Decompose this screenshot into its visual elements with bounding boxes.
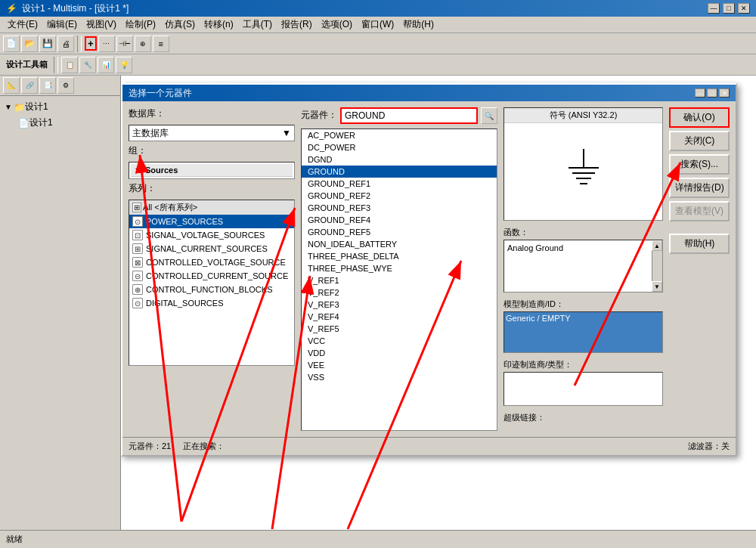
- close-dialog-button[interactable]: 关闭(C): [669, 131, 730, 151]
- symbol-content: [504, 123, 662, 220]
- view-model-button[interactable]: 查看模型(V): [669, 201, 730, 221]
- comp-non-ideal-battery[interactable]: NON_IDEAL_BATTERY: [302, 238, 497, 250]
- sidebar-tool-4[interactable]: ⚙: [57, 77, 74, 94]
- save-button[interactable]: 💾: [39, 36, 56, 52]
- sidebar: 📐 🔗 📑 ⚙ ▼ 📁 设计1 📄 设计1: [0, 76, 121, 530]
- menu-draw[interactable]: 绘制(P): [121, 17, 160, 33]
- menu-options[interactable]: 选项(O): [317, 17, 357, 33]
- sidebar-tool-3[interactable]: 📑: [39, 77, 56, 94]
- comp-three-phase-delta[interactable]: THREE_PHASE_DELTA: [302, 250, 497, 262]
- comp-v-ref4[interactable]: V_REF4: [302, 311, 497, 323]
- family-listbox[interactable]: ⊞ All <所有系列> ⊙ POWER_SOURCES ⊡ SIGNAL_VO…: [129, 200, 295, 366]
- net-button[interactable]: ≡: [153, 36, 169, 52]
- component-input[interactable]: GROUND: [340, 107, 478, 124]
- menu-tools[interactable]: 工具(T): [238, 17, 277, 33]
- close-button[interactable]: ✕: [738, 3, 750, 14]
- comp-ac-power[interactable]: AC_POWER: [302, 129, 497, 141]
- family-signal-voltage[interactable]: ⊡ SIGNAL_VOLTAGE_SOURCES: [129, 228, 294, 242]
- search-button[interactable]: 搜索(S)...: [669, 154, 730, 175]
- maximize-button[interactable]: □: [723, 3, 735, 14]
- menu-edit[interactable]: 编辑(E): [42, 17, 82, 33]
- dialog-min-btn[interactable]: —: [695, 88, 705, 98]
- menu-help[interactable]: 帮助(H): [398, 17, 438, 33]
- family-all-item[interactable]: ⊞ All <所有系列>: [129, 200, 294, 215]
- comp-ground-ref5[interactable]: GROUND_REF5: [302, 226, 497, 238]
- comp-ground[interactable]: GROUND: [302, 166, 497, 178]
- new-button[interactable]: 📄: [3, 36, 20, 52]
- comp-ground-ref3[interactable]: GROUND_REF3: [302, 202, 497, 214]
- comp-vcc[interactable]: VCC: [302, 335, 497, 347]
- tb2-btn1[interactable]: 📋: [61, 57, 78, 73]
- menu-view[interactable]: 视图(V): [82, 17, 121, 33]
- comp-vee[interactable]: VEE: [302, 359, 497, 371]
- family-digital[interactable]: ⊙ DIGITAL_SOURCES: [129, 296, 294, 310]
- confirm-button[interactable]: 确认(O): [669, 107, 730, 128]
- scrollbar-down-btn[interactable]: ▼: [652, 281, 662, 292]
- family-ctrl-func[interactable]: ⊕ CONTROL_FUNCTION_BLOCKS: [129, 283, 294, 296]
- scrollbar-up-btn[interactable]: ▲: [652, 240, 662, 251]
- comp-three-phase-wye[interactable]: THREE_PHASE_WYE: [302, 262, 497, 274]
- tb2-btn2[interactable]: 🔧: [79, 57, 96, 73]
- family-ctrl-voltage[interactable]: ⊠ CONTROLLED_VOLTAGE_SOURCE: [129, 255, 294, 269]
- database-dropdown[interactable]: 主数据库 ▼: [129, 125, 295, 141]
- component-search-icon[interactable]: 🔍: [481, 107, 497, 124]
- menu-file[interactable]: 文件(E): [3, 17, 42, 33]
- family-ctrl-current[interactable]: ⊝ CONTROLLED_CURRENT_SOURCE: [129, 269, 294, 283]
- comp-v-ref2[interactable]: V_REF2: [302, 286, 497, 299]
- component-list[interactable]: AC_POWER DC_POWER DGND GROUND GROUND_REF…: [301, 128, 497, 431]
- title-bar-buttons: — □ ✕: [708, 3, 750, 14]
- digital-icon: ⊙: [132, 298, 143, 308]
- sidebar-tool-1[interactable]: 📐: [3, 77, 20, 94]
- help-button[interactable]: 帮助(H): [669, 234, 730, 254]
- tree-item-design1[interactable]: ▼ 📁 设计1: [3, 99, 117, 115]
- menu-bar: 文件(E) 编辑(E) 视图(V) 绘制(P) 仿真(S) 转移(n) 工具(T…: [0, 17, 756, 33]
- tree-item-design1-sub[interactable]: 📄 设计1: [3, 115, 117, 131]
- comp-ground-ref4[interactable]: GROUND_REF4: [302, 214, 497, 226]
- menu-transfer[interactable]: 转移(n): [200, 17, 238, 33]
- tb2-btn4[interactable]: 💡: [116, 57, 132, 73]
- comp-ground-ref1[interactable]: GROUND_REF1: [302, 178, 497, 190]
- symbol-box: 符号 (ANSI Y32.2): [503, 107, 663, 221]
- wire-button[interactable]: ⋯: [98, 36, 115, 52]
- dialog-max-btn[interactable]: □: [707, 88, 717, 98]
- menu-reports[interactable]: 报告(R): [277, 17, 317, 33]
- function-scrollbar[interactable]: ▲ ▼: [652, 240, 662, 292]
- dialog-close-btn[interactable]: ✕: [719, 88, 730, 98]
- title-text: 设计1 - Multisim - [设计1 *]: [22, 2, 129, 15]
- component-select-dialog: 选择一个元器件 — □ ✕ 数据库： 主数据库 ▼ 组：: [121, 83, 737, 457]
- menu-simulate[interactable]: 仿真(S): [160, 17, 200, 33]
- bus-button[interactable]: ⊣⊢: [116, 36, 133, 52]
- manufacturer-box: Generic / EMPTY: [503, 311, 663, 353]
- dialog-footer: 元器件：21 正在搜索： 滤波器：关: [122, 437, 736, 455]
- comp-vss[interactable]: VSS: [302, 371, 497, 383]
- canvas-area[interactable]: 选择一个元器件 — □ ✕ 数据库： 主数据库 ▼ 组：: [121, 76, 756, 530]
- sidebar-tool-2[interactable]: 🔗: [21, 77, 38, 94]
- manufacturer-value: Generic / EMPTY: [506, 314, 571, 323]
- expand-icon: ▼: [5, 103, 12, 111]
- tree-folder-icon: 📁: [14, 102, 25, 113]
- comp-v-ref1[interactable]: V_REF1: [302, 274, 497, 286]
- tb2-btn3[interactable]: 📊: [98, 57, 114, 73]
- component-input-value: GROUND: [345, 110, 385, 121]
- tree-sub-label: 设计1: [29, 116, 53, 129]
- comp-dgnd[interactable]: DGND: [302, 153, 497, 166]
- minimize-button[interactable]: —: [708, 3, 720, 14]
- detail-report-button[interactable]: 详情报告(D): [669, 178, 730, 198]
- menu-window[interactable]: 窗口(W): [357, 17, 398, 33]
- comp-vdd[interactable]: VDD: [302, 347, 497, 359]
- dropdown-arrow-icon: ▼: [282, 128, 291, 138]
- open-button[interactable]: 📂: [21, 36, 38, 52]
- comp-v-ref3[interactable]: V_REF3: [302, 299, 497, 311]
- power-icon: ⊙: [132, 216, 143, 227]
- database-value: 主数据库: [132, 127, 169, 140]
- comp-ground-ref2[interactable]: GROUND_REF2: [302, 190, 497, 202]
- junction-button[interactable]: ⊕: [135, 36, 151, 52]
- print-button[interactable]: 🖨: [57, 36, 74, 52]
- comp-dc-power[interactable]: DC_POWER: [302, 141, 497, 153]
- family-signal-current[interactable]: ⊞ SIGNAL_CURRENT_SOURCES: [129, 242, 294, 255]
- add-component-button[interactable]: +: [85, 36, 97, 51]
- ground-symbol-svg: [561, 141, 606, 202]
- function-value: Analog Ground: [504, 240, 662, 255]
- comp-v-ref5[interactable]: V_REF5: [302, 323, 497, 335]
- family-power-sources[interactable]: ⊙ POWER_SOURCES: [129, 215, 294, 228]
